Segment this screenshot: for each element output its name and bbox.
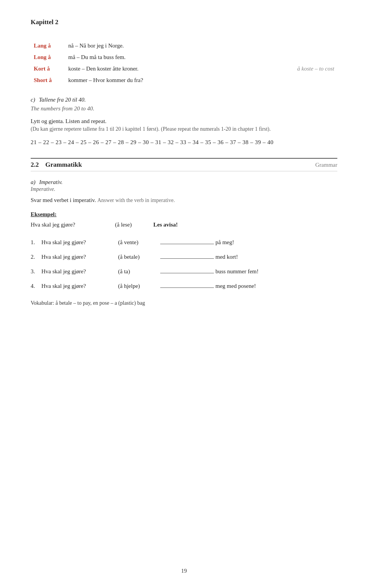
example-row: Hva skal jeg gjøre? (å lese) Les avisa!: [31, 222, 337, 228]
section-c-subtitle: The numbers from 20 to 40.: [31, 105, 337, 112]
label-long-a: Long å: [31, 51, 65, 63]
exercise-verb-1: (å vente): [118, 239, 160, 246]
english-long-a: [245, 51, 337, 63]
label-kort-a: Kort å: [31, 63, 65, 74]
exercise-num-2: 2.: [31, 254, 41, 260]
label-lang-a: Lang å: [31, 40, 65, 51]
subsection-a: a) Imperativ. Imperative. Svar med verbe…: [31, 179, 337, 306]
table-row: Kort å koste – Den koster åtte kroner. å…: [31, 63, 337, 74]
exercise-num-4: 4.: [31, 283, 41, 289]
instruction-sub: (Du kan gjerne repetere tallene fra 1 ti…: [31, 126, 337, 132]
answer-instruction-text: Svar med verbet i imperativ.: [31, 197, 96, 203]
exercise-blank-4: [160, 281, 214, 288]
section-c-title: c) Tallene fra 20 til 40.: [31, 97, 337, 103]
exercise-blank-3: [160, 266, 214, 273]
subsection-a-subtitle-em: Imperative.: [31, 186, 55, 192]
table-row: Lang å nå – Nå bor jeg i Norge.: [31, 40, 337, 51]
example-question: Hva skal jeg gjøre?: [31, 222, 115, 228]
exercise-suffix-2: med kort!: [215, 254, 238, 260]
text-long-a: må – Du må ta buss fem.: [65, 51, 245, 63]
eksempel-label: Eksempel:: [31, 211, 337, 218]
text-kort-a: koste – Den koster åtte kroner.: [65, 63, 245, 74]
exercise-rows: 1. Hva skal jeg gjøre? (å vente) på meg!…: [31, 237, 337, 289]
subsection-a-heading: Imperativ.: [39, 179, 62, 185]
subsection-a-letter: a): [31, 179, 36, 185]
section-2-2-label: Grammatikk: [45, 161, 82, 168]
exercise-verb-3: (å ta): [118, 268, 160, 275]
label-short-a: Short å: [31, 74, 65, 86]
exercise-question-2: Hva skal jeg gjøre?: [41, 254, 118, 260]
section-c: c) Tallene fra 20 til 40. The numbers fr…: [31, 97, 337, 146]
vokabular: Vokabular: å betale – to pay, en pose – …: [31, 300, 337, 306]
answer-instruction: Svar med verbet i imperativ. Answer with…: [31, 197, 337, 204]
section-2-2-english: Grammar: [315, 162, 337, 168]
exercise-question-3: Hva skal jeg gjøre?: [41, 268, 118, 275]
section-2-2: 2.2 Grammatikk Grammar a) Imperativ. Imp…: [31, 158, 337, 306]
table-row: Short å kommer – Hvor kommer du fra?: [31, 74, 337, 86]
pronunciation-table: Lang å nå – Nå bor jeg i Norge. Long å m…: [31, 40, 337, 86]
number-sequence: 21 – 22 – 23 – 24 – 25 – 26 – 27 – 28 – …: [31, 139, 337, 146]
exercise-num-1: 1.: [31, 239, 41, 246]
exercise-suffix-3: buss nummer fem!: [215, 268, 258, 275]
instruction-listen: Lytt og gjenta. Listen and repeat.: [31, 118, 337, 125]
exercise-row-3: 3. Hva skal jeg gjøre? (å ta) buss numme…: [31, 266, 337, 275]
english-short-a: [245, 74, 337, 86]
exercise-num-3: 3.: [31, 268, 41, 275]
section-c-letter: c): [31, 97, 35, 103]
chapter-title: Kapittel 2: [31, 18, 337, 26]
section-2-2-header: 2.2 Grammatikk Grammar: [31, 158, 337, 171]
english-lang-a: [245, 40, 337, 51]
exercise-blank-1: [160, 237, 214, 244]
example-answer: Les avisa!: [153, 222, 178, 228]
exercise-suffix-1: på meg!: [215, 239, 234, 246]
subsection-a-subtitle: Imperative.: [31, 186, 337, 192]
english-kort-a: å koste – to cost: [245, 63, 337, 74]
table-row: Long å må – Du må ta buss fem.: [31, 51, 337, 63]
subsection-a-title: a) Imperativ.: [31, 179, 337, 186]
page-number: 19: [181, 568, 187, 574]
exercise-question-4: Hva skal jeg gjøre?: [41, 283, 118, 289]
exercise-verb-4: (å hjelpe): [118, 283, 160, 289]
exercise-row-1: 1. Hva skal jeg gjøre? (å vente) på meg!: [31, 237, 337, 246]
section-c-heading-em: Tallene fra 20 til 40.: [39, 97, 85, 103]
section-2-2-title: 2.2 Grammatikk: [31, 161, 82, 169]
answer-instruction-english: Answer with the verb in imperative.: [97, 197, 175, 203]
exercise-suffix-4: meg med posene!: [215, 283, 256, 289]
exercise-row-2: 2. Hva skal jeg gjøre? (å betale) med ko…: [31, 252, 337, 260]
text-short-a: kommer – Hvor kommer du fra?: [65, 74, 245, 86]
exercise-verb-2: (å betale): [118, 254, 160, 260]
exercise-question-1: Hva skal jeg gjøre?: [41, 239, 118, 246]
exercise-blank-2: [160, 252, 214, 259]
exercise-row-4: 4. Hva skal jeg gjøre? (å hjelpe) meg me…: [31, 281, 337, 289]
section-c-heading: Tallene fra 20 til 40.: [39, 97, 85, 103]
section-2-2-number: 2.2: [31, 161, 39, 168]
example-verb: (å lese): [115, 222, 153, 228]
text-lang-a: nå – Nå bor jeg i Norge.: [65, 40, 245, 51]
